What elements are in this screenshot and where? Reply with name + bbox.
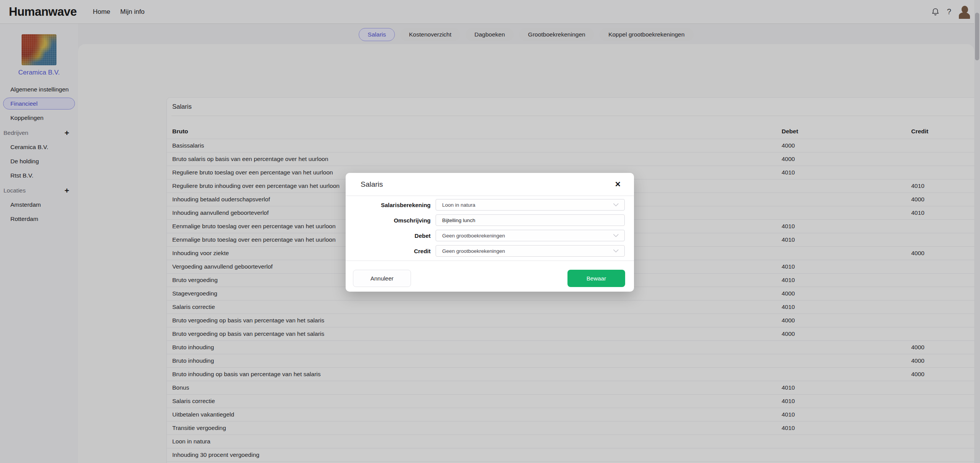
- close-icon[interactable]: ✕: [615, 180, 621, 189]
- omschrijving-input[interactable]: Bijtelling lunch: [436, 214, 625, 226]
- form-label: Salarisberekening: [346, 202, 431, 208]
- cancel-button[interactable]: Annuleer: [353, 270, 411, 287]
- debet-select[interactable]: Geen grootboekrekeningen: [436, 230, 625, 241]
- modal-form: Salarisberekening Loon in natura Omschri…: [346, 196, 634, 257]
- save-button[interactable]: Bewaar: [567, 270, 625, 287]
- modal-header: Salaris ✕: [346, 173, 634, 196]
- form-label: Credit: [346, 248, 431, 254]
- form-label: Omschrijving: [346, 217, 431, 224]
- chevron-down-icon: [613, 249, 619, 253]
- chevron-down-icon: [613, 202, 619, 207]
- form-row: Debet Geen grootboekrekeningen: [346, 230, 625, 241]
- modal-footer-divider: [346, 261, 634, 261]
- salarisberekening-select[interactable]: Loon in natura: [436, 199, 625, 211]
- form-row: Credit Geen grootboekrekeningen: [346, 245, 625, 257]
- modal-buttons: Annuleer Bewaar: [346, 270, 634, 287]
- form-label: Debet: [346, 232, 431, 239]
- credit-select[interactable]: Geen grootboekrekeningen: [436, 245, 625, 257]
- form-row: Omschrijving Bijtelling lunch: [346, 214, 625, 226]
- form-row: Salarisberekening Loon in natura: [346, 199, 625, 211]
- salaris-modal: Salaris ✕ Salarisberekening Loon in natu…: [346, 173, 634, 292]
- modal-title: Salaris: [361, 180, 383, 189]
- chevron-down-icon: [613, 233, 619, 238]
